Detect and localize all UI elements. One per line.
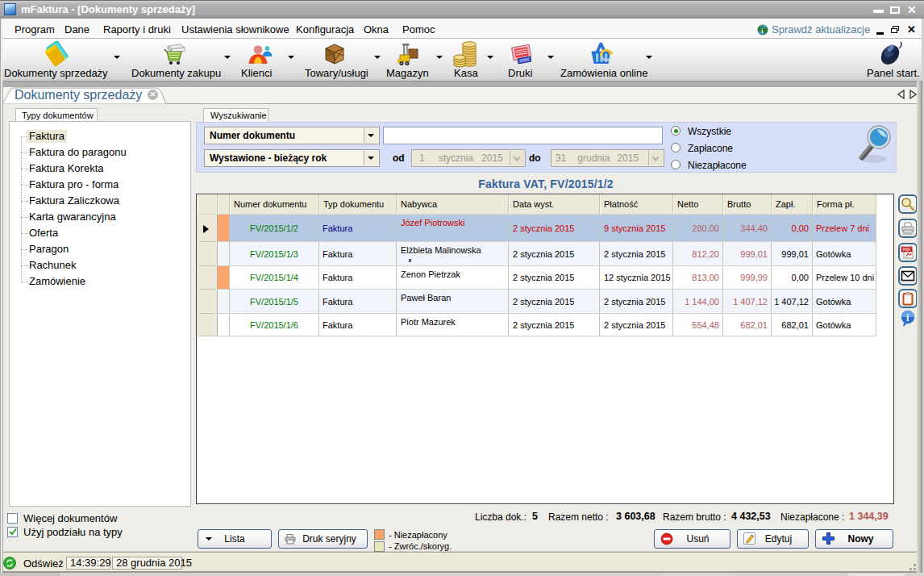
svg-text:PDF: PDF — [903, 248, 910, 252]
